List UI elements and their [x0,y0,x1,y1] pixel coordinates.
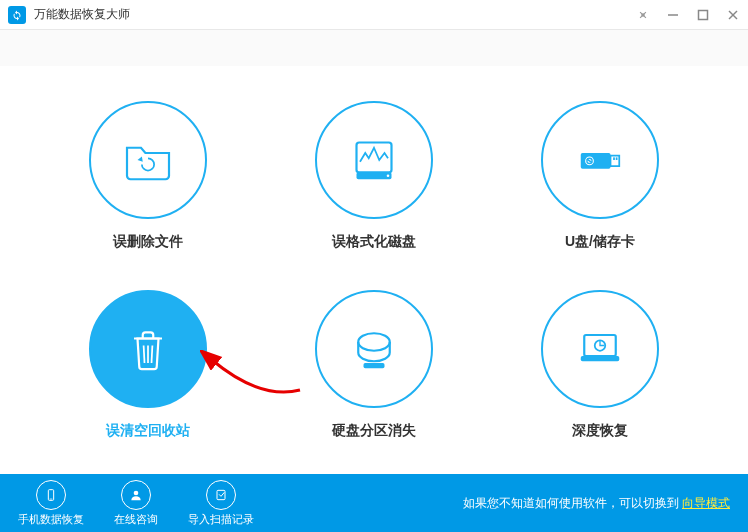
usb-icon [541,101,659,219]
svg-point-7 [387,174,390,177]
option-label: 误删除文件 [113,233,183,251]
window-controls [636,8,740,22]
app-icon [8,6,26,24]
hint-text: 如果您不知道如何使用软件，可以切换到 [463,496,682,510]
app-title: 万能数据恢复大师 [34,6,636,23]
option-usb-sdcard[interactable]: U盘/储存卡 [492,86,708,265]
main-content: 误删除文件 误格式化磁盘 U盘/储存卡 误清空回收站 [0,66,748,474]
laptop-scan-icon [541,290,659,408]
option-label: 误格式化磁盘 [332,233,416,251]
settings-icon[interactable] [636,8,650,22]
svg-rect-11 [616,157,618,160]
footer-hint: 如果您不知道如何使用软件，可以切换到 向导模式 [463,495,730,512]
svg-rect-9 [611,155,620,166]
svg-rect-26 [217,490,225,499]
maximize-button[interactable] [696,8,710,22]
footer-online-support[interactable]: 在线咨询 [114,480,158,527]
footer: 手机数据恢复 在线咨询 导入扫描记录 如果您不知道如何使用软件，可以切换到 向导… [0,474,748,532]
option-label: U盘/储存卡 [565,233,635,251]
svg-line-17 [152,345,153,363]
footer-label: 导入扫描记录 [188,512,254,527]
minimize-button[interactable] [666,8,680,22]
svg-rect-21 [581,356,620,361]
svg-rect-10 [613,157,615,160]
svg-rect-6 [357,172,392,179]
svg-rect-2 [699,10,708,19]
titlebar: 万能数据恢复大师 [0,0,748,30]
option-label: 误清空回收站 [106,422,190,440]
svg-line-15 [144,345,145,363]
footer-import-scan[interactable]: 导入扫描记录 [188,480,254,527]
sub-toolbar [0,30,748,66]
svg-point-0 [641,13,645,17]
svg-rect-19 [364,363,385,368]
option-label: 深度恢复 [572,422,628,440]
import-icon [206,480,236,510]
option-label: 硬盘分区消失 [332,422,416,440]
footer-label: 在线咨询 [114,512,158,527]
svg-point-25 [134,490,139,495]
option-deep-recovery[interactable]: 深度恢复 [492,275,708,454]
footer-label: 手机数据恢复 [18,512,84,527]
option-deleted-files[interactable]: 误删除文件 [40,86,256,265]
person-icon [121,480,151,510]
option-emptied-recycle-bin[interactable]: 误清空回收站 [40,275,256,454]
disk-wave-icon [315,101,433,219]
phone-icon [36,480,66,510]
folder-recycle-icon [89,101,207,219]
close-button[interactable] [726,8,740,22]
svg-point-18 [358,333,390,351]
wizard-mode-link[interactable]: 向导模式 [682,496,730,510]
footer-phone-recovery[interactable]: 手机数据恢复 [18,480,84,527]
option-formatted-disk[interactable]: 误格式化磁盘 [266,86,482,265]
hdd-icon [315,290,433,408]
trash-icon [89,290,207,408]
option-lost-partition[interactable]: 硬盘分区消失 [266,275,482,454]
